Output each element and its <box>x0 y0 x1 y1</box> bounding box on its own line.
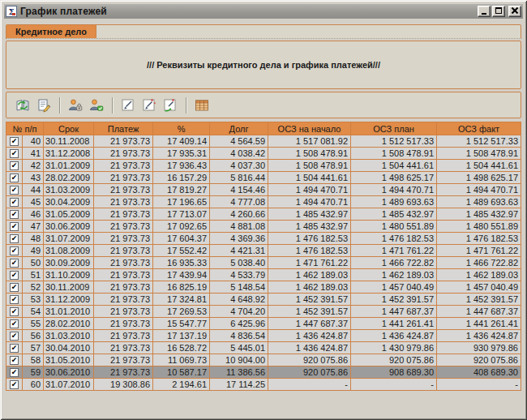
table-row[interactable]: ✔ 40 30.11.2008 21 973.73 17 409.14 4 56… <box>6 135 521 148</box>
col-header-percent[interactable]: % <box>153 122 210 135</box>
col-header-osz-plan[interactable]: ОСЗ план <box>351 122 437 135</box>
cell-percent: 17 604.37 <box>153 233 210 245</box>
col-header-osz-start[interactable]: ОСЗ на начало <box>268 122 351 135</box>
row-checkbox[interactable]: ✔ <box>10 198 19 207</box>
row-checkbox[interactable]: ✔ <box>10 380 19 389</box>
row-checkbox[interactable]: ✔ <box>10 234 19 243</box>
cell-num: 55 <box>23 318 44 330</box>
table-row[interactable]: ✔ 45 30.04.2009 21 973.73 17 196.65 4 77… <box>6 196 521 208</box>
table-row[interactable]: ✔ 43 28.02.2009 21 973.73 16 157.29 5 81… <box>6 172 521 184</box>
maximize-button[interactable] <box>492 6 505 17</box>
row-checkbox[interactable]: ✔ <box>10 137 19 146</box>
table-row[interactable]: ✔ 42 31.01.2009 21 973.73 17 936.43 4 03… <box>6 160 521 172</box>
book-refresh-button[interactable] <box>12 95 33 116</box>
cell-osz-plan: 1 447 687.37 <box>351 306 437 318</box>
row-checkbox[interactable]: ✔ <box>10 246 19 255</box>
row-checkbox[interactable]: ✔ <box>10 149 19 158</box>
col-header-payment[interactable]: Платеж <box>94 122 153 135</box>
clear-marks-button[interactable] <box>139 95 160 116</box>
cell-osz-start: 1 462 189.03 <box>268 281 351 294</box>
cell-term: 30.06.2009 <box>44 221 94 233</box>
cell-term: 31.12.2009 <box>44 294 94 306</box>
table-row[interactable]: ✔ 53 31.12.2009 21 973.73 17 324.81 4 64… <box>6 294 521 306</box>
row-checkbox[interactable]: ✔ <box>10 271 19 280</box>
cell-osz-plan: - <box>351 379 437 391</box>
cell-payment: 21 973.73 <box>94 257 153 269</box>
cell-term: 28.02.2009 <box>44 172 94 184</box>
table-row[interactable]: ✔ 58 31.05.2010 21 973.73 11 069.73 10 9… <box>6 354 521 366</box>
row-checkbox[interactable]: ✔ <box>10 332 19 341</box>
cell-osz-plan: 1 512 517.33 <box>351 135 437 148</box>
toolbar <box>6 92 521 118</box>
row-checkbox[interactable]: ✔ <box>10 222 19 231</box>
select-pointer-button[interactable] <box>118 95 139 116</box>
cell-payment: 19 308.86 <box>94 379 153 391</box>
cell-num: 43 <box>23 172 44 184</box>
row-checkbox[interactable]: ✔ <box>10 283 19 292</box>
cell-osz-fact: 1 498 625.17 <box>437 172 521 184</box>
close-icon <box>512 7 518 14</box>
cell-debt: 4 564.59 <box>210 135 268 148</box>
payments-table-container: № п/п Срок Платеж % Долг ОСЗ на начало О… <box>6 122 521 391</box>
table-row[interactable]: ✔ 50 30.09.2009 21 973.73 16 935.33 5 03… <box>6 257 521 269</box>
row-checkbox-cell: ✔ <box>6 172 23 184</box>
cell-osz-plan: 1 430 979.86 <box>351 342 437 354</box>
col-header-term[interactable]: Срок <box>44 122 94 135</box>
document-edit-button[interactable] <box>33 95 54 116</box>
tab-credit-case[interactable]: Кредитное дело <box>6 25 96 38</box>
table-row[interactable]: ✔ 60 31.07.2010 19 308.86 2 194.61 17 11… <box>6 379 521 391</box>
cell-debt: 4 881.08 <box>210 221 268 233</box>
row-checkbox[interactable]: ✔ <box>10 161 19 170</box>
cell-osz-start: 1 462 189.03 <box>268 269 351 281</box>
cell-osz-plan: 1 494 470.71 <box>351 184 437 196</box>
table-row[interactable]: ✔ 55 28.02.2010 21 973.73 15 547.77 6 42… <box>6 318 521 330</box>
row-checkbox[interactable]: ✔ <box>10 295 19 304</box>
table-row[interactable]: ✔ 48 31.07.2009 21 973.73 17 604.37 4 36… <box>6 233 521 245</box>
row-checkbox[interactable]: ✔ <box>10 319 19 328</box>
table-row[interactable]: ✔ 54 31.01.2010 21 973.73 17 269.53 4 70… <box>6 306 521 318</box>
cell-debt: 5 038.40 <box>210 257 268 269</box>
table-row[interactable]: ✔ 49 31.08.2009 21 973.73 17 552.42 4 42… <box>6 245 521 257</box>
cell-payment: 21 973.73 <box>94 245 153 257</box>
row-checkbox[interactable]: ✔ <box>10 259 19 268</box>
table-row[interactable]: ✔ 46 31.05.2009 21 973.73 17 713.07 4 26… <box>6 208 521 221</box>
cell-osz-plan: 908 689.30 <box>351 366 437 379</box>
cell-osz-fact: 930 979.86 <box>437 342 521 354</box>
table-row[interactable]: ✔ 59 30.06.2010 21 973.73 10 587.17 11 3… <box>6 366 521 379</box>
row-checkbox[interactable]: ✔ <box>10 210 19 219</box>
cell-term: 31.08.2009 <box>44 245 94 257</box>
table-body: ✔ 40 30.11.2008 21 973.73 17 409.14 4 56… <box>6 135 521 391</box>
row-checkbox[interactable]: ✔ <box>10 344 19 353</box>
row-checkbox[interactable]: ✔ <box>10 186 19 195</box>
row-checkbox-cell: ✔ <box>6 366 23 379</box>
col-header-debt[interactable]: Долг <box>210 122 268 135</box>
table-row[interactable]: ✔ 41 31.12.2008 21 973.73 17 935.31 4 03… <box>6 148 521 160</box>
cell-percent: 10 587.17 <box>153 366 210 379</box>
row-checkbox[interactable]: ✔ <box>10 174 19 182</box>
table-row[interactable]: ✔ 56 31.03.2010 21 973.73 17 137.19 4 83… <box>6 330 521 342</box>
cell-debt: 4 421.31 <box>210 245 268 257</box>
col-header-osz-fact[interactable]: ОСЗ факт <box>437 122 521 135</box>
table-row[interactable]: ✔ 44 31.03.2009 21 973.73 17 819.27 4 15… <box>6 184 521 196</box>
table-data-button[interactable] <box>191 95 212 116</box>
row-checkbox[interactable]: ✔ <box>10 307 19 316</box>
col-header-num[interactable]: № п/п <box>6 122 44 135</box>
user-accept-button[interactable] <box>86 95 107 116</box>
table-row[interactable]: ✔ 47 30.06.2009 21 973.73 17 092.65 4 88… <box>6 221 521 233</box>
table-row[interactable]: ✔ 51 31.10.2009 21 973.73 17 439.94 4 53… <box>6 269 521 281</box>
cell-payment: 21 973.73 <box>94 330 153 342</box>
cell-osz-plan: 920 075.86 <box>351 354 437 366</box>
minimize-button[interactable] <box>478 6 491 17</box>
cell-term: 31.01.2009 <box>44 160 94 172</box>
row-checkbox[interactable]: ✔ <box>10 368 19 377</box>
cell-osz-plan: 1 441 261.41 <box>351 318 437 330</box>
table-row[interactable]: ✔ 52 30.11.2009 21 973.73 16 825.19 5 14… <box>6 281 521 294</box>
user-lock-button[interactable] <box>65 95 86 116</box>
close-button[interactable] <box>508 6 521 17</box>
cell-debt: 4 038.42 <box>210 148 268 160</box>
cell-payment: 21 973.73 <box>94 184 153 196</box>
row-checkbox[interactable]: ✔ <box>10 356 19 365</box>
cell-osz-start: 1 476 182.53 <box>268 233 351 245</box>
table-row[interactable]: ✔ 57 30.04.2010 21 973.73 16 528.72 5 44… <box>6 342 521 354</box>
clear-marks-refresh-button[interactable] <box>160 95 181 116</box>
